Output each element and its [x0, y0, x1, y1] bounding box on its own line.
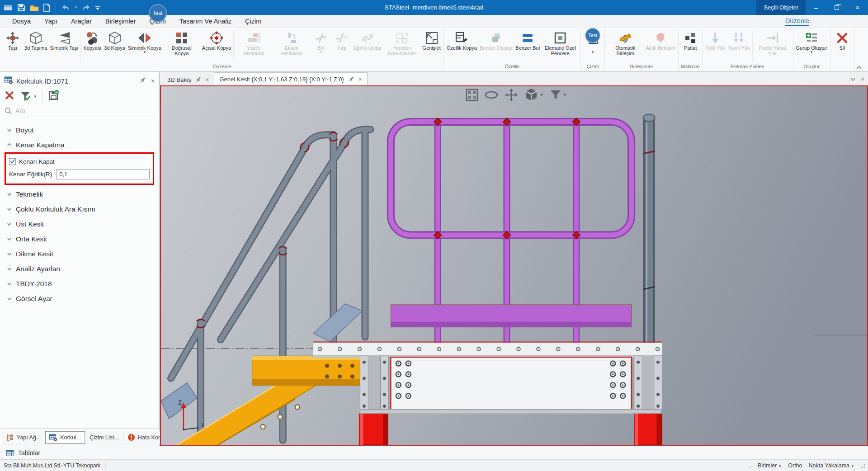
edit-context-link[interactable]: Düzenle: [785, 17, 809, 26]
tree-section-g-rsel-ayar[interactable]: Görsel Ayar: [0, 291, 159, 306]
ribbon-button-zellik-kopya[interactable]: Özellik Kopya: [445, 29, 478, 52]
tabbar-chevron-down-icon[interactable]: [850, 78, 855, 81]
tree-section-label: Üst Kesit: [16, 220, 44, 228]
kenar-egrilik-label: Kenar Eğrilik(R): [9, 171, 52, 178]
cube-icon: [28, 30, 43, 45]
customize-qat-icon[interactable]: [95, 5, 100, 10]
menu-tab-izim[interactable]: ÇizimTest: [142, 15, 172, 28]
ribbon-button-3d-ta-ma[interactable]: 3d Taşıma: [23, 29, 49, 52]
tree-section-label: TBDY-2018: [16, 280, 52, 288]
ribbon-button-simetrik-ta[interactable]: Simetrik Taşı: [49, 29, 80, 52]
ribbon-button-test-doc[interactable]: Test ▼: [582, 29, 603, 55]
tree-section-kenar-kapatma[interactable]: Kenar Kapatma: [0, 137, 159, 152]
pin-icon[interactable]: [348, 76, 354, 82]
dropdown-caret-icon: ▼: [143, 51, 146, 54]
restore-button[interactable]: [826, 0, 847, 15]
pin-icon[interactable]: [195, 76, 202, 83]
smart-joint-icon: [653, 30, 668, 45]
panel-search[interactable]: Ara: [5, 105, 154, 117]
ribbon-button-benzer-bul[interactable]: Benzer Bul: [514, 29, 541, 52]
red-column-left[interactable]: [359, 414, 388, 445]
menu-tab-dosya[interactable]: Dosya: [5, 15, 38, 28]
zoom-fit-button[interactable]: [466, 89, 478, 101]
mirror-copy-icon: [137, 30, 152, 45]
ribbon-button-eksen-hizalama: Eksen Hizalama: [273, 29, 311, 57]
ribbon-button-elemane-zel-pencere[interactable]: Elemane Özel Pencere: [541, 29, 579, 57]
right-post-pipe[interactable]: [643, 114, 655, 347]
minimize-button[interactable]: –: [806, 0, 826, 15]
ortho-toggle[interactable]: Ortho: [788, 462, 802, 469]
tree-section-st-kesit[interactable]: Üst Kesit: [0, 217, 159, 231]
app-icon[interactable]: [4, 4, 13, 11]
snap-dropdown[interactable]: Nokta Yakalama▼: [809, 462, 854, 469]
lateral-load-icon: [765, 30, 780, 45]
ribbon-button-label: Otomatik Birleşim: [608, 45, 643, 57]
tab-close-icon[interactable]: ×: [206, 77, 209, 83]
new-file-button[interactable]: [43, 4, 50, 12]
tree-section-dikme-kesit[interactable]: Dikme Kesit: [0, 246, 159, 261]
undo-button[interactable]: [61, 5, 70, 11]
menu-tab-ara-lar[interactable]: Araçlar: [64, 15, 99, 28]
tree-section-tbdy-2018[interactable]: TBDY-2018: [0, 276, 159, 291]
close-button[interactable]: ×: [847, 0, 868, 15]
panel-save-button[interactable]: [48, 90, 59, 103]
ribbon-button-ak-ll-birle-im: Akıllı Birleşim: [644, 29, 677, 52]
ribbon-button-do-rusal-kopya[interactable]: Doğrusal Kopya: [163, 29, 201, 57]
ribbon-button-geni-let[interactable]: Genişlet: [421, 29, 442, 52]
ribbon-button-kopyala[interactable]: Kopyala: [82, 29, 103, 52]
menu-tab-birle-imler[interactable]: Birleşimler: [99, 15, 143, 28]
tabbar-close-icon[interactable]: ×: [861, 76, 864, 82]
tree-section-tekmelik[interactable]: Tekmelik: [0, 187, 159, 202]
platform-girder[interactable]: [313, 342, 662, 414]
panel-tab-izim-list[interactable]: Çizim List...: [85, 431, 123, 444]
landing-beam[interactable]: [252, 356, 361, 386]
panel-toolbar-separator: [42, 91, 43, 102]
panel-pin-icon[interactable]: [140, 77, 146, 85]
ribbon-button-ta[interactable]: Taşı: [2, 29, 23, 52]
view-filter-button[interactable]: ▼: [550, 89, 567, 101]
open-button[interactable]: [30, 4, 39, 11]
selected-objects-button[interactable]: Seçili Objeler: [756, 0, 806, 15]
pan-button[interactable]: [505, 88, 518, 102]
tree-section-oklu-korkuluk-ara-k-s-m[interactable]: Çoklu Korkuluk Ara Kısım: [0, 202, 159, 217]
menu-tab-tasar-m-ve-analiz[interactable]: Tasarım Ve Analiz: [173, 15, 238, 28]
orbit-button[interactable]: [484, 90, 499, 100]
redo-button[interactable]: [82, 5, 90, 11]
tab-close-icon[interactable]: ×: [359, 76, 362, 82]
ribbon-button-otomatik-birle-im[interactable]: Otomatik Birleşim: [606, 29, 644, 57]
panel-tab-korkul[interactable]: Korkul...: [45, 431, 85, 444]
tree-section-analiz-ayarlar[interactable]: Analiz Ayarları: [0, 261, 159, 276]
kenar-egrilik-input[interactable]: 0,1: [56, 169, 150, 179]
menu-tab-izim-2[interactable]: Çizim: [238, 15, 268, 28]
viewport-tab-3d-bak[interactable]: 3D Bakış×: [162, 74, 214, 85]
panel-delete-button[interactable]: [5, 90, 14, 102]
save-button[interactable]: [17, 4, 25, 12]
menu-tab-yap[interactable]: Yapı: [38, 15, 64, 28]
ribbon-button-patlat[interactable]: Patlat: [680, 29, 701, 52]
ribbon-button-3d-kopya[interactable]: 3d Kopya: [103, 29, 126, 52]
tree-section-boyut[interactable]: Boyut: [0, 122, 159, 137]
dropdown-caret-icon: ▼: [319, 51, 323, 54]
ribbon-group-label: Oluştur: [795, 62, 829, 71]
kenar-kapat-checkbox[interactable]: [9, 158, 16, 165]
extend-icon: [425, 30, 439, 45]
ribbon-button-a-sal-kopya[interactable]: Açısal Kopya: [201, 29, 232, 52]
panel-tab-yap-a[interactable]: Yapı Ağ...: [2, 431, 45, 444]
resize-grip[interactable]: [861, 463, 865, 468]
tables-panel-bar[interactable]: Tablolar: [0, 446, 868, 459]
units-dropdown[interactable]: Birimler▼: [758, 462, 782, 469]
kick-plate[interactable]: [391, 305, 631, 327]
ribbon-button-sil[interactable]: Sil: [832, 29, 853, 52]
panel-filter-button[interactable]: ▼: [20, 91, 37, 102]
ribbon-group-eleman-y-kleri: Tekil YükYayılı YükPerde Yanal YükEleman…: [703, 29, 793, 71]
red-column-right[interactable]: [634, 414, 662, 445]
ribbon-collapse-button[interactable]: [856, 66, 862, 69]
viewport-canvas[interactable]: ▼ ▼: [160, 85, 868, 446]
ribbon-button-simetrik-kopya[interactable]: Simetrik Kopya▼: [127, 29, 163, 55]
undo-dropdown-icon[interactable]: ▼: [74, 5, 78, 9]
tree-section-orta-kesit[interactable]: Orta Kesit: [0, 231, 159, 246]
ribbon-button-gurup-olu-tur[interactable]: Gurup Oluştur▼: [795, 29, 829, 55]
viewport-tab-genel-kesit-x-0-1-y-1-63-z-0-1[interactable]: Genel Kesit {X:0,1 Y:-1,63 Z:0,19} {X:0 …: [214, 72, 367, 85]
view-cube-button[interactable]: ▼: [524, 88, 544, 102]
panel-close-icon[interactable]: ×: [151, 77, 155, 85]
